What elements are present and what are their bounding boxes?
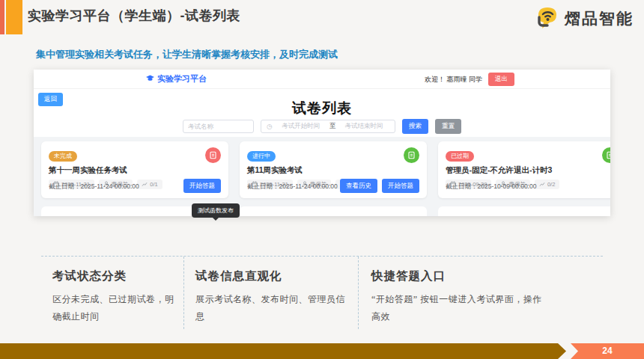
feature-exam-info: 试卷信息直观化 展示考试名称、发布时间、管理员信息 xyxy=(183,257,358,329)
exam-card: 未完成 第十一周实验任务考试 2025-11-21 xyxy=(41,141,228,198)
slide-subtitle: 集中管理实验相关考试任务，让学生清晰掌握考核安排，及时完成测试 xyxy=(36,48,338,61)
status-badge: 未完成 xyxy=(49,151,77,162)
graduation-cap-icon xyxy=(146,75,154,84)
exam-card: 已过期 管理员-固定-不允许退出-计时3 2025-09-29 xyxy=(438,141,610,198)
feature-title: 快捷答题入口 xyxy=(371,269,594,284)
document-icon xyxy=(404,147,419,163)
logout-button[interactable]: 退出 xyxy=(488,73,514,86)
reset-button[interactable]: 重置 xyxy=(435,119,461,134)
date-range-picker[interactable]: ◷ 考试开始时间 至 考试结束时间 xyxy=(261,120,395,133)
start-answer-button[interactable]: 开始答题 xyxy=(183,179,221,193)
company-logo: 熠品智能 xyxy=(534,4,634,33)
deadline: 截止日期：2025-11-24 00:00:00 xyxy=(49,182,139,191)
feature-exam-status: 考试状态分类 区分未完成、已过期试卷，明确截止时间 xyxy=(41,257,183,329)
app-header: 实验学习平台 欢迎！ 惠雨曈 同学 退出 xyxy=(34,70,610,89)
app-screenshot: 实验学习平台 欢迎！ 惠雨曈 同学 退出 返回 试卷列表 ◷ 考试开始时间 至 … xyxy=(34,70,610,216)
app-brand: 实验学习平台 xyxy=(146,73,207,85)
end-date-placeholder: 考试结束时间 xyxy=(338,122,389,131)
feature-columns: 考试状态分类 区分未完成、已过期试卷，明确截止时间 试卷信息直观化 展示考试名称… xyxy=(41,256,603,329)
search-button[interactable]: 搜索 xyxy=(402,119,428,134)
exam-list-title: 试卷列表 xyxy=(34,99,610,118)
app-brand-label: 实验学习平台 xyxy=(157,73,207,85)
page-title: 实验学习平台（学生端）-试卷列表 xyxy=(28,7,240,25)
exam-card-partial xyxy=(240,206,427,216)
start-date-placeholder: 考试开始时间 xyxy=(276,122,326,131)
exam-cards-area: 未完成 第十一周实验任务考试 2025-11-21 xyxy=(34,137,610,216)
trend-icon xyxy=(142,181,148,187)
company-name: 熠品智能 xyxy=(565,8,634,29)
deadline: 截止日期：2025-11-24 00:00:00 xyxy=(247,182,338,191)
exam-card: 进行中 第11周实验考试 2025-11-21 xyxy=(240,141,427,198)
page-number: 24 xyxy=(571,343,644,359)
feature-title: 试卷信息直观化 xyxy=(195,269,349,284)
search-bar: ◷ 考试开始时间 至 考试结束时间 搜索 重置 xyxy=(34,119,610,134)
status-badge: 已过期 xyxy=(446,151,474,162)
progress-tag: 0/1 xyxy=(137,180,162,189)
accent-strip xyxy=(0,0,4,34)
feature-desc: “开始答题” 按钮一键进入考试界面，操作高效 xyxy=(371,291,547,326)
welcome-text: 欢迎！ 惠雨曈 同学 xyxy=(425,75,482,85)
footer-ribbon xyxy=(0,343,566,359)
tooltip: 测试函数发布 xyxy=(192,203,240,218)
exam-name-input[interactable] xyxy=(183,120,254,133)
exam-title: 管理员-固定-不允许退出-计时3 xyxy=(446,165,610,176)
wifi-bubble-logo-icon xyxy=(534,4,561,33)
view-history-button[interactable]: 查看历史 xyxy=(340,179,377,193)
exam-title: 第十一周实验任务考试 xyxy=(49,165,221,176)
exam-title: 第11周实验考试 xyxy=(247,165,419,176)
user-area: 欢迎！ 惠雨曈 同学 退出 xyxy=(425,70,514,89)
document-icon xyxy=(602,147,610,163)
feature-quick-entry: 快捷答题入口 “开始答题” 按钮一键进入考试界面，操作高效 xyxy=(358,257,603,329)
slide: 实验学习平台（学生端）-试卷列表 熠品智能 集中管理实验相关考试任务，让学生清晰… xyxy=(0,0,644,359)
date-separator: 至 xyxy=(329,122,336,131)
accent-block xyxy=(6,0,22,34)
trend-icon xyxy=(539,181,545,187)
feature-title: 考试状态分类 xyxy=(52,269,174,284)
document-icon xyxy=(205,147,221,163)
exam-card-partial xyxy=(438,206,610,216)
deadline: 截止日期：2025-10-09 00:00:00 xyxy=(446,182,536,191)
feature-desc: 区分未完成、已过期试卷，明确截止时间 xyxy=(52,291,174,326)
progress-tag: 0/2 xyxy=(535,180,559,189)
feature-desc: 展示考试名称、发布时间、管理员信息 xyxy=(195,291,349,326)
status-badge: 进行中 xyxy=(247,151,276,162)
start-answer-button[interactable]: 开始答题 xyxy=(382,179,419,193)
clock-icon: ◷ xyxy=(267,123,273,130)
